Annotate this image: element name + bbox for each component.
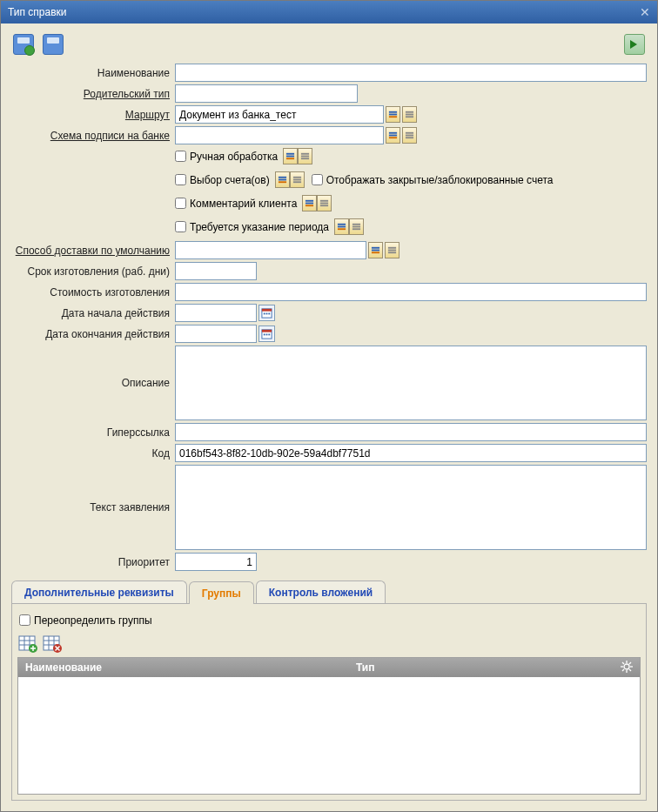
override-groups-checkbox[interactable]: Переопределить группы — [19, 611, 641, 629]
label-description: Описание — [11, 377, 175, 389]
clear-icon — [387, 245, 397, 255]
grid-col-type[interactable]: Тип — [349, 661, 614, 674]
manual-processing-checkbox[interactable]: Ручная обработка — [175, 147, 278, 165]
code-input[interactable] — [175, 444, 647, 462]
svg-rect-32 — [338, 228, 346, 230]
svg-line-69 — [622, 662, 624, 664]
prod-time-input[interactable] — [175, 262, 257, 280]
label-signature-scheme[interactable]: Схема подписи на банке — [11, 126, 175, 142]
svg-rect-17 — [301, 158, 309, 159]
close-icon[interactable]: ✕ — [640, 5, 650, 19]
signature-clear-button[interactable] — [402, 127, 417, 144]
label-parent-type[interactable]: Родительский тип — [11, 84, 175, 100]
route-input[interactable] — [175, 105, 384, 124]
tab-extra-requisites[interactable]: Дополнительные реквизиты — [11, 580, 187, 603]
tab-groups[interactable]: Группы — [189, 581, 254, 604]
account-clear-button[interactable] — [290, 171, 305, 188]
save-button[interactable] — [41, 32, 65, 57]
tab-panel-groups: Переопределить группы Наименование Тип — [11, 603, 647, 801]
end-date-input[interactable] — [175, 325, 257, 343]
svg-line-70 — [629, 669, 631, 671]
manual-proc-clear-button[interactable] — [298, 148, 312, 164]
statement-textarea[interactable] — [175, 465, 647, 550]
show-closed-checkbox[interactable]: Отображать закрытые/заблокированные счет… — [312, 171, 554, 189]
start-date-picker-button[interactable] — [258, 305, 275, 321]
grid-body[interactable] — [18, 677, 640, 794]
period-clear-button[interactable] — [349, 218, 364, 235]
svg-rect-7 — [389, 135, 397, 137]
svg-rect-39 — [388, 247, 396, 249]
list-icon — [388, 110, 398, 119]
svg-rect-43 — [262, 309, 272, 312]
manual-proc-pick-button[interactable] — [283, 148, 298, 164]
svg-rect-23 — [293, 181, 301, 183]
svg-rect-33 — [352, 224, 360, 225]
label-route[interactable]: Маршрут — [11, 105, 175, 121]
grid-remove-icon — [43, 635, 62, 653]
svg-rect-48 — [262, 330, 272, 332]
parent-type-input[interactable] — [175, 84, 358, 103]
hyperlink-input[interactable] — [175, 423, 647, 441]
svg-rect-51 — [268, 334, 270, 336]
list-icon — [285, 151, 295, 161]
svg-rect-37 — [372, 250, 379, 252]
clear-icon — [300, 151, 310, 161]
delivery-clear-button[interactable] — [385, 242, 400, 258]
grid-settings-button[interactable] — [614, 661, 640, 675]
name-input[interactable] — [175, 64, 647, 82]
prod-cost-input[interactable] — [175, 283, 647, 301]
svg-rect-21 — [293, 177, 301, 178]
svg-rect-36 — [372, 247, 379, 249]
label-code: Код — [11, 444, 175, 460]
end-date-picker-button[interactable] — [258, 325, 275, 342]
svg-rect-27 — [320, 200, 328, 202]
svg-rect-18 — [279, 177, 286, 178]
svg-rect-15 — [301, 153, 309, 155]
save-and-apply-button[interactable] — [11, 32, 36, 57]
clear-icon — [352, 222, 361, 232]
signature-scheme-input[interactable] — [175, 126, 384, 144]
route-clear-button[interactable] — [402, 106, 417, 123]
svg-rect-5 — [406, 116, 413, 117]
list-icon — [388, 131, 398, 140]
comment-clear-button[interactable] — [317, 195, 332, 211]
grid-add-button[interactable] — [17, 634, 38, 654]
route-pick-button[interactable] — [386, 106, 400, 123]
svg-rect-30 — [338, 224, 346, 225]
grid-col-name[interactable]: Наименование — [18, 661, 349, 674]
svg-rect-9 — [406, 132, 413, 134]
svg-rect-28 — [320, 203, 328, 205]
grid-remove-button[interactable] — [42, 634, 63, 654]
label-hyperlink: Гиперссылка — [11, 423, 175, 439]
delivery-pick-button[interactable] — [368, 242, 383, 258]
svg-rect-8 — [389, 137, 397, 138]
exit-button[interactable] — [622, 32, 647, 57]
svg-rect-50 — [266, 334, 268, 336]
tab-attachments-control[interactable]: Контроль вложений — [256, 580, 386, 603]
comment-pick-button[interactable] — [302, 195, 317, 211]
priority-input[interactable] — [175, 553, 257, 571]
start-date-input[interactable] — [175, 304, 257, 322]
svg-rect-19 — [279, 179, 286, 181]
svg-rect-25 — [306, 203, 313, 205]
svg-line-72 — [622, 669, 624, 671]
form: Наименование Родительский тип Маршрут Сх… — [1, 62, 657, 577]
period-pick-button[interactable] — [334, 218, 349, 235]
description-textarea[interactable] — [175, 346, 647, 420]
groups-grid: Наименование Тип — [17, 657, 641, 795]
signature-pick-button[interactable] — [386, 127, 400, 144]
label-start-date: Дата начала действия — [11, 304, 175, 319]
grid-add-icon — [18, 635, 37, 653]
period-required-checkbox[interactable]: Требуется указание периода — [175, 218, 329, 236]
svg-rect-1 — [389, 114, 397, 116]
window: Тип справки ✕ Наименование Родительский … — [0, 0, 658, 812]
delivery-method-input[interactable] — [175, 241, 366, 259]
account-selection-checkbox[interactable]: Выбор счета(ов) — [175, 171, 270, 189]
exit-icon — [624, 34, 645, 55]
svg-point-64 — [624, 664, 629, 669]
client-comment-checkbox[interactable]: Комментарий клиента — [175, 194, 297, 212]
account-pick-button[interactable] — [275, 171, 290, 188]
label-delivery-method[interactable]: Способ доставки по умолчанию — [11, 241, 175, 257]
label-prod-cost: Стоимость изготовления — [11, 283, 175, 299]
label-name: Наименование — [11, 64, 175, 79]
